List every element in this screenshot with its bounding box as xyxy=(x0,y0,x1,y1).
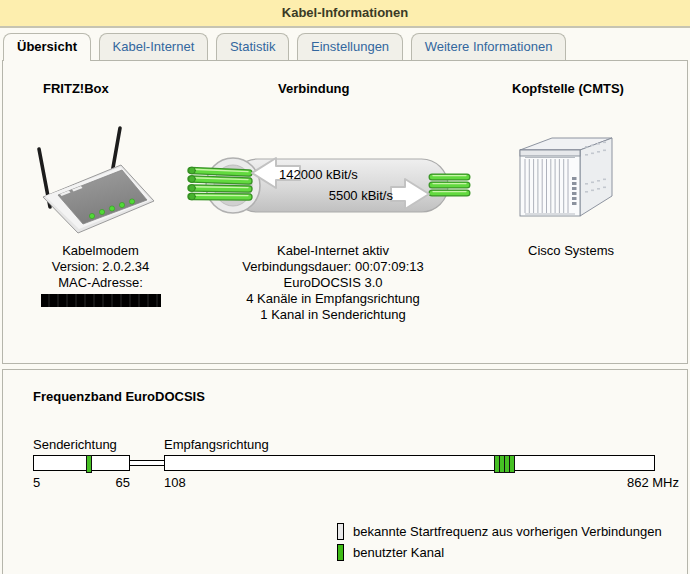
used-channel-marker xyxy=(86,455,92,473)
tab-weitere-informationen[interactable]: Weitere Informationen xyxy=(411,33,567,60)
tab-uebersicht[interactable]: Übersicht xyxy=(3,33,91,61)
fritzbox-router-illustration xyxy=(31,123,163,237)
cables-left-icon xyxy=(189,167,249,200)
verbindung-heading: Verbindung xyxy=(278,81,350,96)
tab-kabel-internet[interactable]: Kabel-Internet xyxy=(99,33,209,60)
mac-address-redacted xyxy=(41,294,161,307)
cables-right-icon xyxy=(432,176,467,193)
upstream-band-label: Senderichtung xyxy=(33,437,117,452)
legend-known-start-frequency-label: bekannte Startfrequenz aus vorherigen Ve… xyxy=(353,524,662,539)
downstream-channels-text: 4 Kanäle in Empfangsrichtung xyxy=(211,291,455,307)
cmts-chassis-illustration xyxy=(517,133,621,221)
fritzbox-heading: FRITZ!Box xyxy=(43,81,109,96)
upstream-band-bar xyxy=(33,455,130,471)
used-channel-marker xyxy=(509,455,515,473)
tick-downstream-end: 862 MHz xyxy=(601,475,679,490)
docsis-version: EuroDOCSIS 3.0 xyxy=(211,275,455,291)
downstream-rate: 142000 kBit/s xyxy=(279,167,358,182)
frequency-band-heading: Frequenzband EuroDOCSIS xyxy=(33,389,205,404)
tab-bar: Übersicht Kabel-Internet Statistik Einst… xyxy=(3,33,570,61)
tick-downstream-start: 108 xyxy=(164,475,186,490)
upstream-channels-text: 1 Kanal in Senderichtung xyxy=(211,307,455,323)
connection-status: Kabel-Internet aktiv xyxy=(211,243,455,259)
tick-upstream-end: 65 xyxy=(100,475,130,490)
tab-einstellungen[interactable]: Einstellungen xyxy=(297,33,403,60)
modem-version: Version: 2.0.2.34 xyxy=(3,259,198,275)
tick-upstream-start: 5 xyxy=(33,475,40,490)
legend-used-channel: benutzter Kanal xyxy=(337,544,444,561)
cmts-info: Cisco Systems xyxy=(481,243,661,259)
downstream-band-label: Empfangsrichtung xyxy=(164,437,269,452)
upstream-rate: 5500 kBit/s xyxy=(296,188,393,203)
connection-pipe-illustration: 142000 kBit/s 5500 kBit/s xyxy=(186,146,471,226)
connection-duration: Verbindungsdauer: 00:07:09:13 xyxy=(211,259,455,275)
legend-used-channel-label: benutzter Kanal xyxy=(353,545,444,560)
tab-statistik[interactable]: Statistik xyxy=(216,33,290,60)
band-connector xyxy=(130,460,164,466)
fritzbox-info: Kabelmodem Version: 2.0.2.34 MAC-Adresse… xyxy=(3,243,198,307)
legend-known-start-frequency: bekannte Startfrequenz aus vorherigen Ve… xyxy=(337,523,662,540)
mac-address-label: MAC-Adresse: xyxy=(3,275,198,291)
used-channel-swatch xyxy=(337,544,344,561)
downstream-band-bar xyxy=(164,455,655,471)
cmts-heading: Kopfstelle (CMTS) xyxy=(512,81,624,96)
frequency-band-panel: Frequenzband EuroDOCSIS Senderichtung Em… xyxy=(2,369,688,574)
window-title: Kabel-Informationen xyxy=(0,0,690,28)
cmts-vendor: Cisco Systems xyxy=(481,243,661,259)
connection-info: Kabel-Internet aktiv Verbindungsdauer: 0… xyxy=(211,243,455,323)
overview-panel: FRITZ!Box Verbindung Kopfstelle (CMTS) xyxy=(2,60,688,364)
known-start-frequency-swatch xyxy=(337,523,344,540)
modem-type: Kabelmodem xyxy=(3,243,198,259)
